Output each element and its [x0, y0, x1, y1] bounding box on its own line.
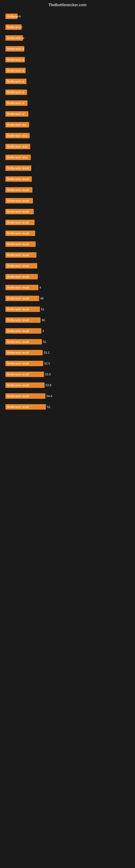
bar-value: 4 [42, 329, 44, 333]
bar-label: Bottleneck resu [5, 144, 30, 149]
bar-wrapper: Bottleneck result [5, 263, 130, 269]
bar-label: Bottleneck resu [5, 133, 30, 138]
bar-row: Bottleneck re [5, 33, 130, 43]
bar-value: 53.8 [46, 383, 51, 387]
bar-label: Bottleneck result [5, 209, 34, 214]
bar-wrapper: Bottleneck result54.4 [5, 393, 130, 399]
bar-label: Bottleneck result [5, 361, 43, 366]
bar-row: Bottleneck resu [5, 152, 130, 162]
bar-wrapper: Bottleneck result [5, 274, 130, 279]
bar-label: Bottleneck result [5, 176, 32, 182]
bar-wrapper: Bottleneck result [5, 176, 130, 182]
bar-wrapper: Bottleneck result4 [5, 328, 130, 334]
bar-wrapper: Bottleneck re [5, 35, 130, 41]
bar-wrapper: Bottleneck re [5, 79, 130, 84]
bar-label: Bottleneck result [5, 274, 38, 279]
bar-label: Bottleneck result [5, 220, 35, 225]
bar-label: Bottleneck re [5, 68, 26, 73]
bar-label: Bottleneck result [5, 230, 35, 236]
bar-row: Bottleneck result49 [5, 293, 130, 304]
bar-row: Bottleneck result51. [5, 304, 130, 314]
bar-wrapper: Bottleneck result52.5 [5, 361, 130, 366]
bar-row: Bottleneck result [5, 261, 130, 271]
bar-row: Bottleneck result53.2 [5, 347, 130, 358]
bar-row: Bottleneck re [5, 109, 130, 119]
bar-row: Bottleneck res [5, 120, 130, 130]
bar-wrapper: Bottleneck result53.2 [5, 350, 130, 355]
bar-label: Bottleneck resu [5, 155, 31, 160]
bar-row: Bottleneck re [5, 87, 130, 97]
bar-row: Bottleneck result [5, 185, 130, 195]
bar-label: Bottleneck result [5, 382, 45, 388]
bar-wrapper: Bottleneck result49 [5, 296, 130, 301]
bar-row: Bottleneck result [5, 228, 130, 239]
bar-row: Bottleneck result [5, 250, 130, 260]
bar-wrapper: Bottleneck result [5, 209, 130, 214]
bar-value: 51. [43, 340, 47, 343]
bar-label: Bottleneck [5, 13, 17, 19]
bar-row: Bottleneck r [5, 22, 130, 32]
bar-label: Bottleneck result [5, 241, 36, 247]
bar-row: Bottleneck result52. [5, 402, 130, 412]
bar-value: 50. [42, 318, 46, 322]
bar-label: Bottleneck result [5, 285, 38, 290]
bar-value: 52.5 [44, 362, 50, 365]
bar-label: Bottleneck result [5, 393, 45, 399]
bar-row: Bottleneck result [5, 272, 130, 282]
bar-row: Bottleneck result50. [5, 315, 130, 325]
bar-value: 52. [47, 405, 51, 408]
bar-row: Bottleneck resu [5, 141, 130, 152]
bar-wrapper: Bottleneck result51. [5, 339, 130, 344]
bar-label: Bottleneck result [5, 350, 43, 355]
bar-wrapper: Bottleneck result [5, 252, 130, 258]
bar-wrapper: Bottleneck resu [5, 133, 130, 138]
bar-row: Bottleneck result [5, 174, 130, 184]
bar-label: Bottleneck re [5, 79, 27, 84]
bar-wrapper: Bottleneck result [5, 230, 130, 236]
bar-label: Bottleneck result [5, 187, 32, 193]
bar-row: Bottleneck result51. [5, 337, 130, 347]
bar-label: Bottleneck r [5, 24, 21, 30]
bar-wrapper: Bottleneck re [5, 57, 130, 62]
bar-wrapper: Bottleneck resu [5, 155, 130, 160]
bar-row: Bottleneck result [5, 239, 130, 249]
chart-container: BottleneckBottleneck rBottleneck reBottl… [0, 8, 135, 415]
bar-value: 4 [39, 286, 41, 289]
bar-label: Bottleneck result [5, 307, 40, 312]
bar-wrapper: Bottleneck r [5, 24, 130, 30]
bar-row: Bottleneck re [5, 98, 130, 108]
bar-value: 54.4 [46, 394, 52, 398]
bar-wrapper: Bottleneck result [5, 220, 130, 225]
bar-wrapper: Bottleneck re [5, 68, 130, 73]
bar-row: Bottleneck result54.4 [5, 391, 130, 401]
bar-label: Bottleneck re [5, 35, 23, 41]
bar-wrapper: Bottleneck result [5, 165, 130, 171]
bar-wrapper: Bottleneck result51. [5, 307, 130, 312]
bar-label: Bottleneck result [5, 372, 44, 377]
bar-label: Bottleneck re [5, 90, 27, 95]
bar-wrapper: Bottleneck result [5, 187, 130, 193]
bar-label: Bottleneck result [5, 404, 46, 410]
bar-label: Bottleneck re [5, 46, 24, 52]
bar-row: Bottleneck resu [5, 130, 130, 141]
bar-wrapper: Bottleneck resu [5, 144, 130, 149]
bar-row: Bottleneck re [5, 44, 130, 54]
bar-wrapper: Bottleneck re [5, 90, 130, 95]
bar-wrapper: Bottleneck [5, 13, 130, 19]
bar-value: 53.5 [45, 373, 51, 376]
bar-label: Bottleneck result [5, 252, 37, 258]
bar-row: Bottleneck result [5, 217, 130, 227]
bar-label: Bottleneck result [5, 328, 41, 334]
bar-wrapper: Bottleneck result [5, 198, 130, 204]
bar-row: Bottleneck result4 [5, 282, 130, 293]
bar-label: Bottleneck result [5, 263, 37, 269]
bar-label: Bottleneck re [5, 111, 28, 117]
bar-wrapper: Bottleneck result4 [5, 285, 130, 290]
bar-row: Bottleneck result52.5 [5, 358, 130, 369]
bar-row: Bottleneck result53.5 [5, 369, 130, 379]
bar-row: Bottleneck re [5, 55, 130, 65]
bar-wrapper: Bottleneck re [5, 111, 130, 117]
bar-wrapper: Bottleneck result [5, 241, 130, 247]
bar-wrapper: Bottleneck res [5, 122, 130, 127]
bar-label: Bottleneck result [5, 198, 33, 204]
